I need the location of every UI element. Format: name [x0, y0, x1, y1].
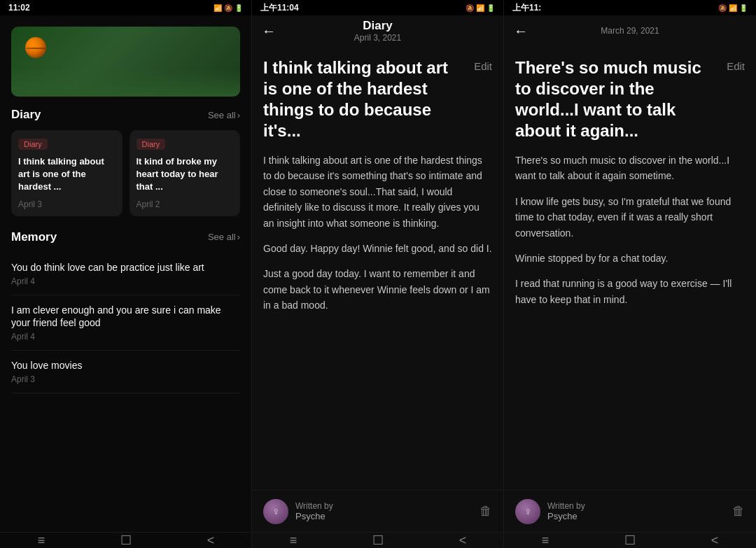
back-icon-mid[interactable]: <: [459, 533, 467, 548]
basketball-icon: [25, 37, 46, 58]
panel-home: 11:02 📶 🔕 🔋 Diary See all › Diary I: [0, 0, 252, 548]
diary-section-header: Diary See all ›: [11, 108, 240, 122]
entry-header-right: There's so much music to discover in the…: [515, 57, 745, 141]
nav-sub-title-mid: April 3, 2021: [354, 33, 401, 43]
entry-body-mid: I think talking about art is one of the …: [263, 153, 492, 314]
right-scroll: There's so much music to discover in the…: [504, 46, 756, 490]
entry-para-right-0: There's so much music to discover in the…: [515, 153, 745, 184]
nav-sub-title-right: March 29, 2021: [601, 26, 659, 36]
status-icons-left: 📶 🔕 🔋: [214, 4, 243, 12]
back-button-mid[interactable]: ←: [262, 23, 276, 39]
author-info-mid: Written by Psyche: [263, 499, 333, 524]
mid-scroll: I think talking about art is one of the …: [252, 46, 503, 490]
diary-tag-0: Diary: [18, 139, 48, 150]
status-bar-right: 上午11: 🔕 📶 🔋: [504, 0, 756, 15]
entry-para-mid-2: Just a good day today. I want to remembe…: [263, 266, 492, 313]
entry-para-right-3: I read that running is a good way to exe…: [515, 276, 745, 307]
back-icon-left[interactable]: <: [207, 533, 215, 548]
home-icon-left[interactable]: ☐: [120, 533, 132, 548]
author-text-right: Written by Psyche: [547, 501, 585, 521]
author-text-mid: Written by Psyche: [295, 501, 333, 521]
menu-icon-mid[interactable]: ≡: [290, 533, 298, 548]
nav-main-title-mid: Diary: [354, 19, 401, 33]
memory-item-1[interactable]: I am clever enough and you are sure i ca…: [11, 295, 240, 351]
back-button-right[interactable]: ←: [514, 23, 528, 39]
entry-body-right: There's so much music to discover in the…: [515, 153, 745, 307]
status-icons-mid: 🔕 📶 🔋: [465, 4, 495, 12]
status-time-mid: 上午11:04: [260, 2, 299, 14]
menu-icon-right[interactable]: ≡: [542, 533, 550, 548]
diary-card-text-0: I think talking about art is one of the …: [18, 155, 115, 194]
nav-bar-mid: ← Diary April 3, 2021: [252, 15, 503, 46]
memory-list: You do think love can be practice just l…: [11, 253, 240, 394]
edit-button-right[interactable]: Edit: [727, 57, 745, 72]
status-icons-right: 🔕 📶 🔋: [718, 4, 748, 12]
status-time-right: 上午11:: [512, 2, 541, 14]
diary-card-1[interactable]: Diary It kind of broke my heart today to…: [130, 130, 241, 216]
entry-footer-right: Written by Psyche 🗑: [504, 490, 756, 532]
avatar-mid: [263, 499, 288, 524]
delete-button-right[interactable]: 🗑: [732, 504, 745, 519]
hero-image: [11, 27, 240, 97]
entry-footer-mid: Written by Psyche 🗑: [252, 490, 503, 532]
memory-item-title-1: I am clever enough and you are sure i ca…: [11, 304, 240, 329]
memory-item-0[interactable]: You do think love can be practice just l…: [11, 253, 240, 295]
home-icon-right[interactable]: ☐: [624, 533, 636, 548]
diary-card-date-0: April 3: [18, 199, 115, 209]
diary-section-title: Diary: [11, 108, 41, 122]
entry-para-mid-0: I think talking about art is one of the …: [263, 153, 492, 231]
edit-button-mid[interactable]: Edit: [474, 57, 492, 72]
panel-diary-right: 上午11: 🔕 📶 🔋 ← March 29, 2021 There's so …: [504, 0, 756, 548]
avatar-right: [515, 499, 540, 524]
nav-title-mid: Diary April 3, 2021: [354, 19, 401, 43]
delete-button-mid[interactable]: 🗑: [479, 504, 492, 519]
back-icon-right[interactable]: <: [711, 533, 719, 548]
memory-item-title-2: You love movies: [11, 359, 240, 372]
bottom-bar-mid: ≡ ☐ <: [252, 532, 504, 548]
diary-cards: Diary I think talking about art is one o…: [11, 130, 240, 216]
memory-item-date-2: April 3: [11, 374, 240, 384]
entry-para-mid-1: Good day. Happy day! Winnie felt good, a…: [263, 241, 492, 256]
entry-header-mid: I think talking about art is one of the …: [263, 57, 492, 141]
memory-item-title-0: You do think love can be practice just l…: [11, 261, 240, 274]
status-time-left: 11:02: [8, 3, 30, 13]
grass-bg: [11, 69, 240, 97]
memory-item-date-1: April 4: [11, 332, 240, 342]
home-icon-mid[interactable]: ☐: [372, 533, 384, 548]
main-panels: 11:02 📶 🔕 🔋 Diary See all › Diary I: [0, 0, 756, 548]
nav-title-right: March 29, 2021: [601, 26, 659, 36]
diary-card-0[interactable]: Diary I think talking about art is one o…: [11, 130, 122, 216]
bottom-bar-left: ≡ ☐ <: [0, 532, 252, 548]
memory-section-title: Memory: [11, 230, 57, 244]
diary-tag-1: Diary: [136, 139, 166, 150]
status-bar-left: 11:02 📶 🔕 🔋: [0, 0, 251, 15]
memory-item-2[interactable]: You love movies April 3: [11, 351, 240, 393]
entry-para-right-2: Winnie stopped by for a chat today.: [515, 251, 745, 266]
nav-bar-right: ← March 29, 2021: [504, 15, 756, 46]
status-bar-mid: 上午11:04 🔕 📶 🔋: [252, 0, 503, 15]
diary-card-date-1: April 2: [136, 199, 234, 209]
left-scroll: Diary See all › Diary I think talking ab…: [0, 15, 251, 532]
entry-para-right-1: I know life gets busy, so I'm grateful t…: [515, 194, 745, 241]
diary-see-all[interactable]: See all ›: [208, 110, 240, 120]
memory-section-header: Memory See all ›: [11, 230, 240, 244]
memory-item-date-0: April 4: [11, 276, 240, 286]
menu-icon-left[interactable]: ≡: [38, 533, 46, 548]
author-info-right: Written by Psyche: [515, 499, 585, 524]
diary-card-text-1: It kind of broke my heart today to hear …: [136, 155, 234, 194]
entry-headline-right: There's so much music to discover in the…: [515, 57, 727, 141]
bottom-bar-right: ≡ ☐ <: [504, 532, 756, 548]
memory-see-all[interactable]: See all ›: [208, 232, 240, 242]
entry-headline-mid: I think talking about art is one of the …: [263, 57, 474, 141]
panel-diary-mid: 上午11:04 🔕 📶 🔋 ← Diary April 3, 2021 I th…: [252, 0, 504, 548]
